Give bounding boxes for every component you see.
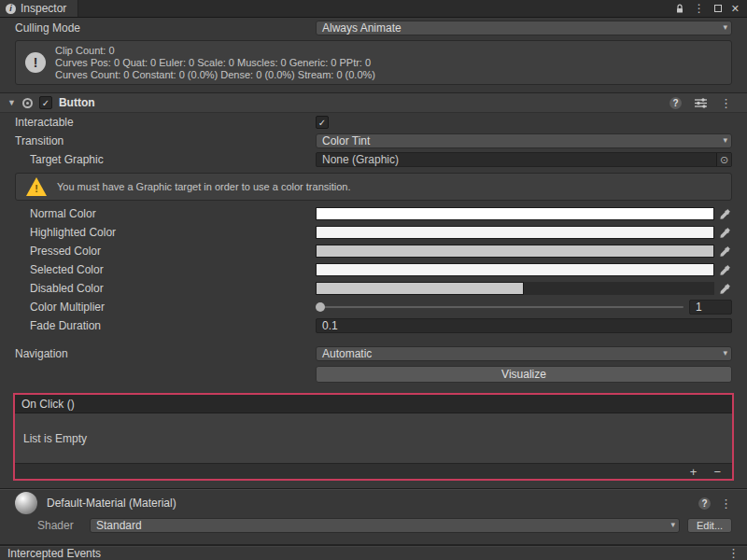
on-click-footer: + − [15, 463, 732, 479]
selected-color-label: Selected Color [15, 263, 316, 276]
pressed-color-swatch[interactable] [316, 245, 714, 258]
chevron-down-icon: ▾ [723, 135, 727, 145]
chevron-down-icon: ▾ [723, 348, 727, 357]
kebab-icon[interactable]: ⋮ [694, 2, 705, 15]
kebab-icon[interactable]: ⋮ [727, 546, 740, 560]
lock-icon[interactable] [675, 4, 684, 14]
intercepted-events-label: Intercepted Events [7, 547, 101, 560]
help-icon[interactable]: ? [698, 497, 711, 510]
component-enabled-checkbox[interactable]: ✓ [39, 96, 52, 109]
disabled-color-swatch[interactable] [316, 282, 714, 295]
shader-label: Shader [37, 519, 90, 532]
pressed-color-row: Pressed Color [0, 242, 747, 260]
shader-value: Standard [96, 519, 142, 532]
eyedropper-icon[interactable] [719, 283, 732, 295]
culling-mode-dropdown[interactable]: Always Animate ▾ [316, 21, 732, 35]
remove-listener-button[interactable]: − [713, 466, 721, 478]
window-titlebar: i Inspector ⋮ ✕ [0, 0, 747, 18]
normal-color-label: Normal Color [15, 207, 316, 220]
maximize-icon[interactable] [714, 5, 722, 12]
color-multiplier-label: Color Multiplier [15, 301, 316, 314]
pressed-color-label: Pressed Color [15, 245, 316, 258]
navigation-label: Navigation [15, 347, 316, 360]
highlighted-color-label: Highlighted Color [15, 226, 316, 239]
on-click-header: On Click () [15, 395, 732, 413]
shader-row: Shader Standard ▾ Edit... [0, 516, 747, 535]
target-graphic-value: None (Graphic) [322, 153, 399, 166]
eyedropper-icon[interactable] [719, 227, 732, 239]
curves-pos-line: Curves Pos: 0 Quat: 0 Euler: 0 Scale: 0 … [55, 57, 375, 69]
target-graphic-label: Target Graphic [15, 153, 316, 166]
navigation-value: Automatic [322, 347, 372, 360]
shader-dropdown[interactable]: Standard ▾ [90, 518, 680, 533]
on-click-event-box: On Click () List is Empty + − [13, 393, 734, 481]
chevron-down-icon: ▾ [670, 520, 675, 529]
navigation-row: Navigation Automatic ▾ [0, 344, 747, 363]
transition-value: Color Tint [322, 134, 370, 147]
visualize-row: Visualize [0, 365, 747, 384]
disabled-color-row: Disabled Color [0, 279, 747, 298]
interactable-label: Interactable [15, 116, 316, 129]
component-title: Button [59, 96, 95, 109]
help-icon[interactable]: ? [669, 97, 682, 109]
window-controls: ⋮ ✕ [668, 0, 747, 17]
interactable-checkbox[interactable]: ✓ [316, 116, 329, 129]
presets-icon[interactable] [695, 98, 707, 108]
visualize-button[interactable]: Visualize [316, 366, 732, 383]
target-graphic-field[interactable]: None (Graphic) ⊙ [316, 152, 732, 167]
on-click-empty-list: List is Empty [15, 413, 732, 463]
tab-inspector[interactable]: i Inspector [0, 0, 78, 17]
target-graphic-row: Target Graphic None (Graphic) ⊙ [0, 150, 747, 169]
animator-info-lines: Clip Count: 0 Curves Pos: 0 Quat: 0 Eule… [55, 45, 375, 81]
material-preview-icon [15, 492, 37, 514]
normal-color-row: Normal Color [0, 204, 747, 223]
disabled-color-label: Disabled Color [15, 282, 316, 295]
check-icon: ✓ [318, 118, 326, 128]
foldout-open-icon[interactable]: ▼ [7, 98, 16, 107]
eyedropper-icon[interactable] [719, 208, 732, 220]
transition-dropdown[interactable]: Color Tint ▾ [316, 133, 732, 148]
kebab-icon[interactable]: ⋮ [720, 497, 732, 511]
shader-edit-button[interactable]: Edit... [687, 518, 732, 533]
transition-label: Transition [15, 134, 316, 147]
color-multiplier-slider[interactable] [316, 301, 684, 314]
info-icon: ! [25, 52, 46, 73]
curves-count-line: Curves Count: 0 Constant: 0 (0.0%) Dense… [55, 69, 375, 81]
graphic-warning-box: ! You must have a Graphic target in orde… [15, 173, 732, 201]
fade-duration-field[interactable]: 0.1 [316, 318, 732, 333]
slider-knob[interactable] [316, 302, 325, 312]
culling-mode-value: Always Animate [322, 21, 402, 35]
slider-track [316, 306, 684, 308]
selected-color-swatch[interactable] [316, 263, 714, 276]
highlighted-color-swatch[interactable] [316, 226, 714, 239]
normal-color-swatch[interactable] [316, 207, 714, 220]
clip-count-line: Clip Count: 0 [55, 45, 375, 57]
close-icon[interactable]: ✕ [731, 3, 740, 15]
highlighted-color-row: Highlighted Color [0, 223, 747, 242]
culling-mode-label: Culling Mode [15, 21, 316, 35]
kebab-icon[interactable]: ⋮ [720, 96, 732, 110]
transition-row: Transition Color Tint ▾ [0, 132, 747, 150]
check-icon: ✓ [42, 98, 49, 108]
inspector-window: i Inspector ⋮ ✕ Culling Mode Always Anim… [0, 0, 747, 560]
warning-icon: ! [25, 177, 48, 196]
navigation-dropdown[interactable]: Automatic ▾ [316, 346, 732, 361]
fade-duration-row: Fade Duration 0.1 [0, 316, 747, 335]
button-component-header[interactable]: ▼ ✓ Button ? ⋮ [0, 92, 747, 113]
object-picker-icon[interactable]: ⊙ [716, 153, 731, 166]
color-multiplier-field[interactable]: 1 [689, 300, 732, 315]
color-multiplier-row: Color Multiplier 1 [0, 298, 747, 316]
intercepted-events-tab[interactable]: Intercepted Events ⋮ [0, 544, 747, 560]
interactable-row: Interactable ✓ [0, 113, 747, 132]
selected-color-row: Selected Color [0, 260, 747, 279]
animator-info-box: ! Clip Count: 0 Curves Pos: 0 Quat: 0 Eu… [15, 40, 732, 85]
material-header[interactable]: Default-Material (Material) ? ⋮ [0, 490, 747, 516]
material-title: Default-Material (Material) [47, 497, 689, 510]
button-component-icon [22, 98, 33, 108]
add-listener-button[interactable]: + [690, 466, 698, 478]
warning-text: You must have a Graphic target in order … [57, 181, 351, 192]
eyedropper-icon[interactable] [719, 264, 732, 276]
eyedropper-icon[interactable] [719, 245, 732, 258]
tab-label: Inspector [21, 2, 66, 15]
culling-mode-row: Culling Mode Always Animate ▾ [0, 20, 747, 36]
